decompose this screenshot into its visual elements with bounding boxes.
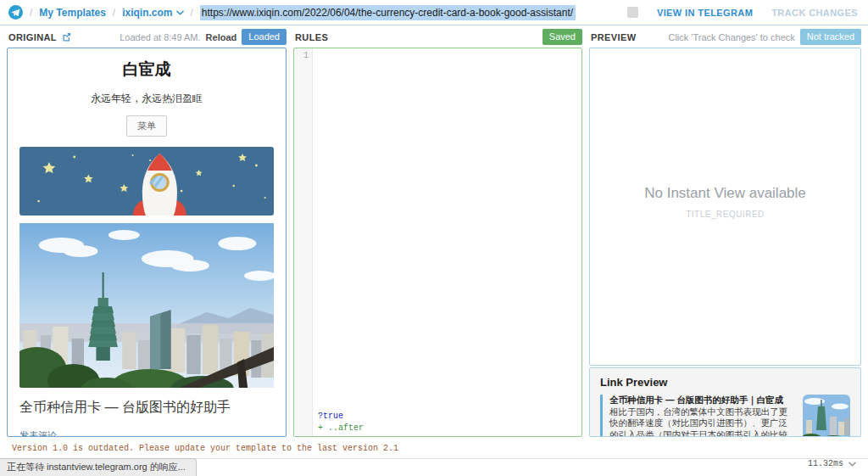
- editor-gutter: 1: [294, 48, 313, 436]
- link-preview-card-title: 全币种信用卡 — 台版图书的好助手｜白宦成: [609, 395, 794, 406]
- instant-view-preview-panel: No Instant View available TITLE_REQUIRED: [589, 48, 861, 366]
- comment-link[interactable]: 发表评论: [19, 429, 57, 437]
- original-title: ORIGINAL: [8, 32, 57, 42]
- chevron-down-icon: [176, 10, 184, 15]
- link-preview-card: 全币种信用卡 — 台版图书的好助手｜白宦成 相比于国内，台湾的繁体中文图书表现出…: [600, 395, 850, 437]
- track-changes-hint: Click 'Track Changes' to check: [668, 32, 794, 42]
- rules-title: RULES: [295, 32, 328, 42]
- timing-value: 11.32ms: [808, 459, 843, 468]
- view-in-telegram-button[interactable]: VIEW IN TELEGRAM: [657, 8, 753, 18]
- rules-header: RULES Saved: [293, 29, 582, 48]
- track-changes-button[interactable]: TRACK CHANGES: [771, 8, 858, 18]
- debug-output: ?true + ..after: [318, 411, 364, 434]
- preview-title: PREVIEW: [591, 32, 637, 42]
- saved-badge: Saved: [542, 29, 582, 45]
- toolbar-actions: VIEW IN TELEGRAM TRACK CHANGES: [627, 7, 858, 18]
- link-preview-heading: Link Preview: [600, 376, 850, 389]
- breadcrumb-separator: /: [113, 7, 115, 19]
- breadcrumb: / My Templates / ixiqin.com / https://ww…: [8, 5, 614, 20]
- empty-state: No Instant View available TITLE_REQUIRED: [590, 48, 860, 365]
- browser-status-tooltip: 正在等待 instantview.telegram.org 的响应...: [0, 458, 197, 476]
- code-editor[interactable]: ?true + ..after: [313, 48, 581, 436]
- url-input[interactable]: https://www.ixiqin.com/2022/06/04/the-cu…: [200, 5, 614, 20]
- url-selected-text: https://www.ixiqin.com/2022/06/04/the-cu…: [200, 5, 576, 20]
- editor-layout: ORIGINAL Loaded at 8:49 AM. Reload Loade…: [0, 25, 868, 437]
- debug-after-line: + ..after: [318, 423, 364, 434]
- preview-column: PREVIEW Click 'Track Changes' to check N…: [589, 29, 861, 437]
- preview-header: PREVIEW Click 'Track Changes' to check N…: [589, 29, 861, 48]
- top-toolbar: / My Templates / ixiqin.com / https://ww…: [0, 0, 868, 25]
- original-header: ORIGINAL Loaded at 8:49 AM. Reload Loade…: [7, 29, 287, 48]
- telegram-logo-icon[interactable]: [8, 5, 23, 20]
- glass-tower: [150, 310, 171, 369]
- link-preview-card-excerpt: 相比于国内，台湾的繁体中文图书表现出了更快的翻译速度（对比国内引进图书）、更广泛…: [609, 406, 794, 437]
- city-photo-image: [19, 223, 274, 388]
- original-webpage-panel[interactable]: 白宦成 永远年轻，永远热泪盈眶 菜单: [7, 48, 287, 437]
- breadcrumb-separator: /: [30, 7, 32, 19]
- breadcrumb-domain[interactable]: ixiqin.com: [122, 7, 172, 19]
- site-menu-button[interactable]: 菜单: [126, 115, 167, 137]
- loaded-status-text: Loaded at 8:49 AM.: [120, 32, 200, 42]
- original-column: ORIGINAL Loaded at 8:49 AM. Reload Loade…: [7, 29, 287, 437]
- line-number: 1: [303, 51, 309, 60]
- site-header: 白宦成 永远年轻，永远热泪盈眶 菜单: [8, 48, 286, 137]
- not-tracked-badge: Not tracked: [800, 29, 861, 45]
- debug-condition-line: ?true: [318, 411, 364, 423]
- chevron-down-icon: [849, 462, 856, 467]
- template-domain-dropdown[interactable]: ixiqin.com: [122, 7, 183, 19]
- site-subtitle: 永远年轻，永远热泪盈眶: [8, 92, 286, 106]
- reload-button[interactable]: Reload: [206, 32, 237, 42]
- rules-column: RULES Saved 1 ?true + ..after: [293, 29, 582, 437]
- rules-editor-panel: 1 ?true + ..after: [293, 48, 582, 437]
- empty-state-title: No Instant View available: [644, 185, 806, 202]
- breadcrumb-my-templates[interactable]: My Templates: [39, 7, 105, 19]
- version-warning: Version 1.0 is outdated. Please update y…: [0, 437, 868, 453]
- link-preview-text: 全币种信用卡 — 台版图书的好助手｜白宦成 相比于国内，台湾的繁体中文图书表现出…: [603, 395, 803, 437]
- timing-indicator[interactable]: 11.32ms: [808, 459, 856, 468]
- rocket-banner-image: [19, 147, 274, 216]
- empty-state-reason: TITLE_REQUIRED: [686, 210, 765, 219]
- site-title: 白宦成: [8, 59, 286, 81]
- loaded-badge: Loaded: [242, 29, 287, 45]
- link-preview-section: Link Preview 全币种信用卡 — 台版图书的好助手｜白宦成 相比于国内…: [589, 367, 861, 437]
- panel-toggle-icon[interactable]: [627, 7, 638, 18]
- external-link-icon[interactable]: [62, 32, 71, 42]
- breadcrumb-separator: /: [191, 7, 193, 19]
- post-title-link[interactable]: 全币种信用卡 — 台版图书的好助手: [19, 399, 274, 417]
- link-thumbnail-image: [803, 395, 850, 437]
